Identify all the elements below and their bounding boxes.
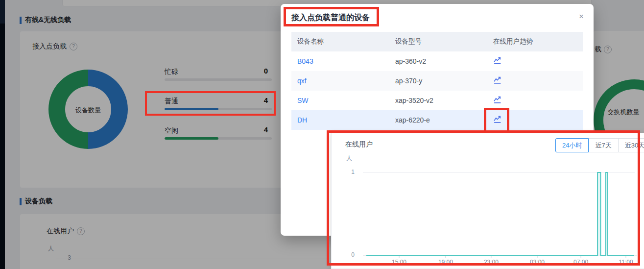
tab-24小时[interactable]: 24小时 bbox=[555, 138, 589, 152]
svg-text:23:00: 23:00 bbox=[484, 259, 499, 266]
trend-chart-icon[interactable] bbox=[493, 56, 502, 65]
column-header: 在线用户趋势 bbox=[487, 37, 583, 46]
modal-title: 接入点负载普通的设备 bbox=[291, 13, 370, 23]
table-row: B043ap-360-v2 bbox=[291, 51, 583, 71]
y-tick-1: 1 bbox=[341, 169, 355, 175]
online-users-trend-popup: 在线用户 24小时近7天近30天 人 1 0 15:0019:0023:0003… bbox=[331, 133, 644, 269]
device-table: 设备名称设备型号在线用户趋势 B043ap-360-v2qxfap-370-yS… bbox=[291, 32, 583, 130]
device-name-link[interactable]: qxf bbox=[297, 77, 307, 85]
online-users-line-chart: 15:0019:0023:0003:0007:0011:00 bbox=[332, 133, 644, 269]
device-model: xap-3520-v2 bbox=[395, 97, 433, 104]
dashboard-page: 有线&无线负载 接入点负载 ? 设备数量 忙碌0普通4空闲4 设备负载 在线用户… bbox=[0, 0, 644, 269]
table-row: SWxap-3520-v2 bbox=[291, 91, 583, 110]
svg-text:07:00: 07:00 bbox=[573, 259, 588, 266]
device-table-body: B043ap-360-v2qxfap-370-ySWxap-3520-v2DHx… bbox=[291, 51, 583, 130]
trend-chart-icon[interactable] bbox=[493, 96, 502, 104]
device-model: ap-370-y bbox=[395, 77, 422, 85]
device-model: xap-6220-e bbox=[395, 116, 430, 124]
device-model: ap-360-v2 bbox=[395, 57, 426, 65]
device-name-link[interactable]: B043 bbox=[297, 57, 313, 65]
svg-text:03:00: 03:00 bbox=[530, 259, 545, 266]
svg-text:19:00: 19:00 bbox=[438, 259, 453, 266]
y-axis-unit: 人 bbox=[346, 154, 361, 163]
device-name-link[interactable]: DH bbox=[297, 116, 307, 124]
column-header: 设备型号 bbox=[389, 37, 487, 46]
time-range-tabs: 24小时近7天近30天 bbox=[555, 138, 644, 152]
tab-近30天[interactable]: 近30天 bbox=[618, 138, 644, 152]
svg-text:11:00: 11:00 bbox=[619, 259, 633, 266]
trend-chart-icon[interactable] bbox=[493, 76, 502, 84]
device-table-header: 设备名称设备型号在线用户趋势 bbox=[291, 32, 583, 51]
svg-text:15:00: 15:00 bbox=[392, 259, 406, 266]
tab-近7天[interactable]: 近7天 bbox=[588, 138, 618, 152]
table-row: DHxap-6220-e bbox=[291, 110, 583, 130]
close-icon[interactable]: × bbox=[579, 12, 584, 22]
table-row: qxfap-370-y bbox=[291, 71, 583, 91]
device-name-link[interactable]: SW bbox=[297, 97, 309, 104]
popup-title: 在线用户 bbox=[345, 140, 373, 149]
trend-chart-icon[interactable] bbox=[493, 115, 502, 123]
column-header: 设备名称 bbox=[291, 37, 389, 46]
y-tick-0: 0 bbox=[341, 251, 355, 258]
